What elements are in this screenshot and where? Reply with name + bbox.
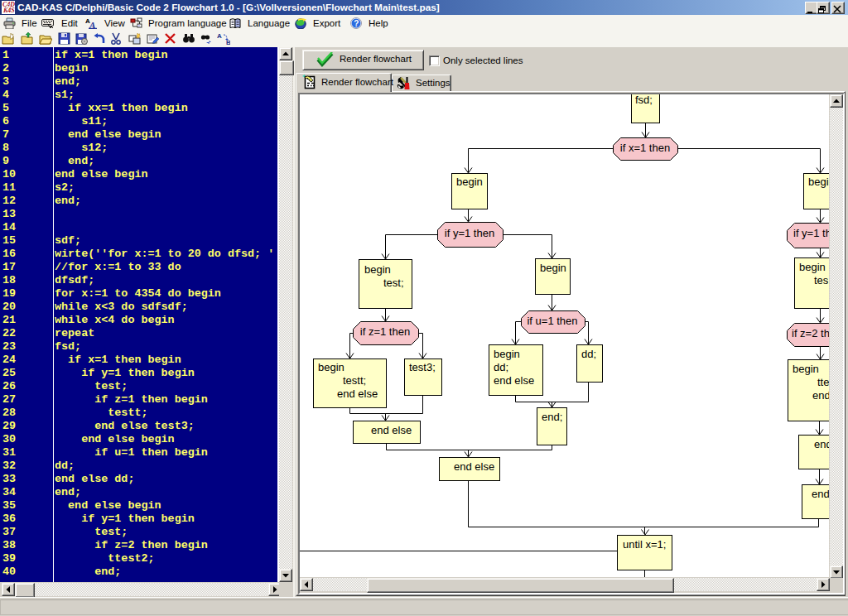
svg-text:end else: end else <box>454 460 494 473</box>
svg-text:tes: tes <box>814 274 829 286</box>
svg-text:begin: begin <box>799 261 826 273</box>
svg-text:begin: begin <box>793 363 819 375</box>
svg-text:if z=2 then: if z=2 then <box>792 327 829 339</box>
svg-text:until x=1;: until x=1; <box>623 538 666 551</box>
svg-text:begin: begin <box>494 348 520 360</box>
svg-text:end else: end else <box>494 374 534 387</box>
svg-text:test3;: test3; <box>409 361 436 373</box>
svg-text:A: A <box>89 20 95 29</box>
svg-text:dd;: dd; <box>494 361 508 373</box>
svg-text:if u=1 then: if u=1 then <box>527 315 577 327</box>
svg-text:A: A <box>217 32 222 40</box>
svg-text:begin: begin <box>318 361 344 373</box>
svg-text:end;: end; <box>812 389 829 402</box>
svg-text:testt;: testt; <box>343 374 366 387</box>
svg-text:begin: begin <box>456 176 483 188</box>
svg-text:if y=1 then: if y=1 then <box>793 227 829 239</box>
svg-text:?: ? <box>354 19 359 28</box>
svg-text:end else: end else <box>814 438 829 450</box>
svg-text:end else: end else <box>371 424 412 436</box>
svg-text:test;: test; <box>383 277 404 289</box>
svg-text:if x=1 then: if x=1 then <box>620 142 670 154</box>
svg-text:if z=1 then: if z=1 then <box>360 325 410 338</box>
svg-text:dd;: dd; <box>581 348 596 360</box>
svg-text:if y=1 then: if y=1 then <box>445 227 494 239</box>
svg-text:begin: begin <box>364 263 391 276</box>
svg-text:end else: end else <box>337 387 378 400</box>
svg-text:begin: begin <box>808 176 829 188</box>
svg-text:begin: begin <box>540 262 566 274</box>
svg-text:fsd;: fsd; <box>635 94 653 106</box>
svg-text:end;: end; <box>812 488 829 500</box>
svg-text:end;: end; <box>542 411 562 423</box>
svg-text:ttes: ttes <box>817 376 829 388</box>
